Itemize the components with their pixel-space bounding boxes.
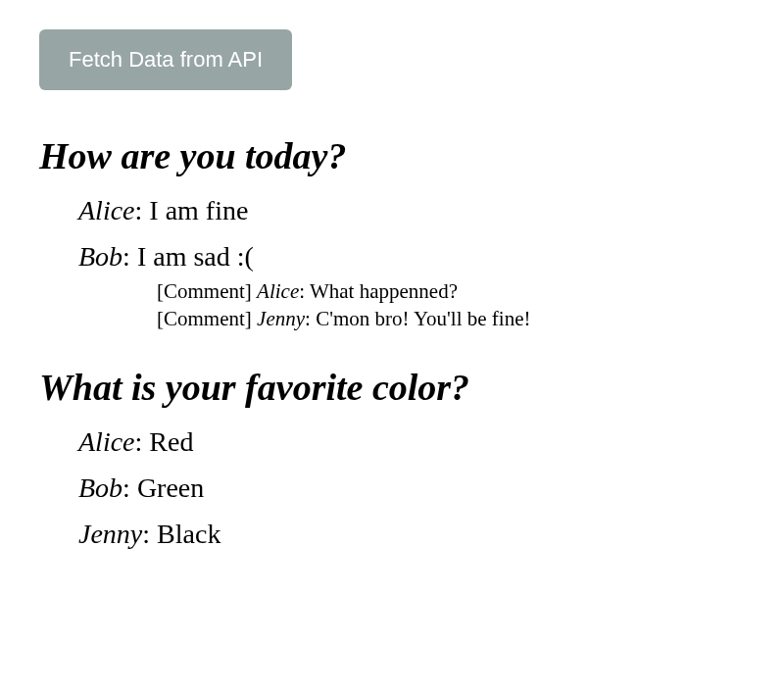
question-title: What is your favorite color? [39, 366, 745, 409]
comment-colon: : [299, 279, 310, 303]
answer-colon: : [122, 241, 137, 272]
question-block: How are you today? Alice: I am fine Bob:… [39, 134, 745, 331]
question-title: How are you today? [39, 134, 745, 177]
answer-colon: : [142, 519, 157, 549]
answer-text: Red [149, 426, 193, 457]
answer-row: Jenny: Black [78, 519, 745, 550]
comment-author: Jenny [257, 307, 305, 330]
comment-text: C'mon bro! You'll be fine! [316, 307, 530, 330]
answer-row: Bob: Green [78, 472, 745, 504]
comment-row: [Comment] Alice: What happenned? [157, 279, 745, 304]
answer-row: Alice: Red [78, 426, 745, 458]
answer-text: Green [137, 472, 204, 503]
comment-prefix: [Comment] [157, 307, 252, 330]
comment-author: Alice [257, 279, 299, 303]
answer-colon: : [122, 472, 137, 503]
answer-row: Bob: I am sad :( [78, 241, 745, 273]
answer-text: Black [157, 519, 220, 549]
answer-text: I am sad :( [137, 241, 254, 272]
comments-group: [Comment] Alice: What happenned? [Commen… [39, 279, 745, 331]
answer-text: I am fine [149, 195, 248, 225]
answer-author: Jenny [78, 519, 142, 549]
answer-colon: : [135, 195, 150, 225]
comment-colon: : [305, 307, 316, 330]
answer-author: Bob [78, 472, 122, 503]
answer-author: Bob [78, 241, 122, 272]
fetch-data-button[interactable]: Fetch Data from API [39, 29, 292, 90]
answer-row: Alice: I am fine [78, 195, 745, 226]
comment-prefix: [Comment] [157, 279, 252, 303]
comment-text: What happenned? [310, 279, 458, 303]
answer-author: Alice [78, 426, 135, 457]
answer-colon: : [135, 426, 150, 457]
question-block: What is your favorite color? Alice: Red … [39, 366, 745, 550]
answer-author: Alice [78, 195, 135, 225]
comment-row: [Comment] Jenny: C'mon bro! You'll be fi… [157, 307, 745, 331]
